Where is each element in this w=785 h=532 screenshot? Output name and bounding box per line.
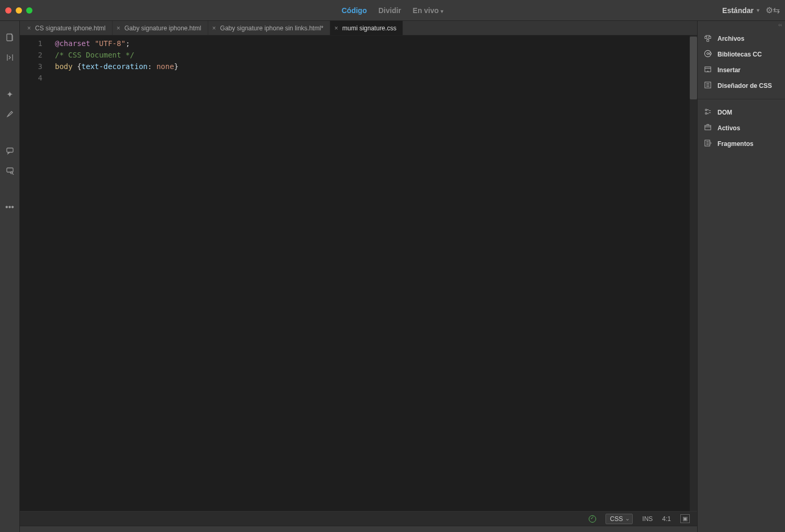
file-tabs: × CS signature iphone.html × Gaby signat… bbox=[20, 21, 697, 36]
panel-item-label: Diseñador de CSS bbox=[717, 82, 772, 89]
language-select[interactable]: CSS bbox=[605, 514, 633, 524]
view-split[interactable]: Dividir bbox=[378, 6, 401, 15]
maximize-window-button[interactable] bbox=[26, 7, 32, 14]
language-label: CSS bbox=[610, 515, 623, 523]
dom-icon bbox=[703, 108, 712, 117]
line-number: 4 bbox=[20, 72, 42, 84]
file-tab-label: mumi signature.css bbox=[342, 25, 396, 32]
svg-rect-0 bbox=[7, 34, 12, 41]
svg-rect-4 bbox=[704, 37, 706, 39]
panel-item-label: DOM bbox=[717, 109, 732, 116]
panel-item-files[interactable]: Archivos bbox=[698, 31, 785, 47]
collapse-panel-icon[interactable]: ‹‹ bbox=[698, 21, 785, 29]
insert-icon bbox=[703, 65, 712, 75]
panel-item-cc-libraries[interactable]: Bibliotecas CC bbox=[698, 47, 785, 62]
file-tab[interactable]: × Gaby signature iphone.html bbox=[113, 21, 208, 35]
panel-item-css-designer[interactable]: Diseñador de CSS bbox=[698, 78, 785, 94]
cursor-position: 4:1 bbox=[662, 515, 671, 523]
left-toolbar: ✦ ••• bbox=[0, 21, 20, 532]
chevron-down-icon: ▾ bbox=[441, 8, 443, 14]
vertical-scrollbar[interactable] bbox=[690, 36, 697, 511]
close-icon[interactable]: × bbox=[117, 25, 120, 32]
insert-mode-indicator[interactable]: INS bbox=[642, 515, 653, 523]
code-collapse-icon[interactable] bbox=[4, 52, 16, 63]
close-window-button[interactable] bbox=[5, 7, 12, 14]
panel-group: Archivos Bibliotecas CC Insertar Diseñad… bbox=[698, 29, 785, 96]
editor-column: × CS signature iphone.html × Gaby signat… bbox=[20, 21, 697, 532]
code-token: none bbox=[156, 62, 174, 71]
workspace-label: Estándar bbox=[722, 6, 754, 15]
panel-item-label: Activos bbox=[717, 124, 740, 132]
code-token: text-decoration bbox=[82, 62, 148, 71]
code-token: { bbox=[73, 62, 82, 71]
sync-settings-icon[interactable]: ⚙⇆ bbox=[766, 5, 780, 15]
view-switcher: Código Dividir En vivo ▾ bbox=[342, 6, 443, 15]
titlebar: Código Dividir En vivo ▾ Estándar ▾ ⚙⇆ bbox=[0, 0, 785, 21]
footer-strip bbox=[20, 526, 697, 532]
comment-search-icon[interactable] bbox=[4, 165, 16, 176]
panel-item-dom[interactable]: DOM bbox=[698, 105, 785, 120]
more-icon[interactable]: ••• bbox=[4, 202, 16, 212]
minimize-window-button[interactable] bbox=[16, 7, 22, 14]
panel-item-label: Insertar bbox=[717, 66, 741, 74]
snippets-icon bbox=[703, 139, 712, 149]
line-number: 1 bbox=[20, 38, 42, 49]
code-token: body bbox=[55, 62, 73, 71]
panel-item-label: Archivos bbox=[717, 35, 744, 42]
preview-devices-icon[interactable]: ▣ bbox=[680, 514, 690, 523]
status-bar: CSS INS 4:1 ▣ bbox=[20, 511, 697, 526]
close-icon[interactable]: × bbox=[334, 25, 338, 32]
file-manager-icon[interactable] bbox=[4, 32, 16, 43]
right-panel: ‹‹ Archivos Bibliotecas CC Insertar bbox=[697, 21, 785, 532]
svg-point-7 bbox=[704, 50, 711, 56]
comment-icon[interactable] bbox=[4, 145, 16, 156]
workspace-selector[interactable]: Estándar ▾ bbox=[722, 6, 759, 15]
panel-item-label: Bibliotecas CC bbox=[717, 51, 762, 58]
code-editor[interactable]: 1 2 3 4 @charset "UTF-8"; /* CSS Documen… bbox=[20, 36, 697, 511]
scrollbar-thumb[interactable] bbox=[690, 37, 697, 99]
code-token: ; bbox=[126, 39, 130, 48]
view-live-label: En vivo bbox=[413, 6, 439, 15]
svg-rect-1 bbox=[7, 148, 13, 152]
line-number: 2 bbox=[20, 49, 42, 61]
code-token: /* CSS Document */ bbox=[55, 51, 134, 59]
wand-icon[interactable]: ✦ bbox=[4, 89, 16, 99]
panel-item-snippets[interactable]: Fragmentos bbox=[698, 136, 785, 152]
panel-item-assets[interactable]: Activos bbox=[698, 120, 785, 136]
file-tab-label: CS signature iphone.html bbox=[35, 25, 106, 32]
file-tab[interactable]: × Gaby signature iphone sin links.html* bbox=[208, 21, 330, 35]
file-tab-label: Gaby signature iphone sin links.html* bbox=[220, 25, 323, 32]
panel-group: DOM Activos Fragmentos bbox=[698, 99, 785, 154]
code-token: "UTF-8" bbox=[95, 39, 126, 48]
window-controls bbox=[5, 7, 32, 14]
file-tab-label: Gaby signature iphone.html bbox=[125, 25, 201, 32]
panel-item-label: Fragmentos bbox=[717, 140, 754, 148]
svg-rect-10 bbox=[704, 126, 710, 130]
svg-rect-6 bbox=[706, 39, 709, 41]
file-tab[interactable]: × CS signature iphone.html bbox=[23, 21, 113, 35]
file-tab[interactable]: × mumi signature.css bbox=[330, 21, 403, 35]
chevron-down-icon: ▾ bbox=[757, 7, 759, 13]
svg-rect-5 bbox=[709, 37, 711, 39]
brush-icon[interactable] bbox=[4, 109, 16, 119]
code-token: @charset bbox=[55, 39, 90, 48]
assets-icon bbox=[703, 123, 712, 133]
panel-item-insert[interactable]: Insertar bbox=[698, 62, 785, 78]
view-code[interactable]: Código bbox=[342, 6, 367, 15]
line-number-gutter: 1 2 3 4 bbox=[20, 36, 49, 511]
view-live[interactable]: En vivo ▾ bbox=[413, 6, 444, 15]
lint-ok-icon[interactable] bbox=[589, 515, 596, 523]
css-designer-icon bbox=[703, 81, 712, 90]
line-number: 3 bbox=[20, 61, 42, 72]
code-content[interactable]: @charset "UTF-8"; /* CSS Document */ bod… bbox=[49, 36, 690, 511]
close-icon[interactable]: × bbox=[212, 25, 216, 32]
cc-icon bbox=[703, 50, 712, 59]
code-token: } bbox=[174, 62, 178, 71]
close-icon[interactable]: × bbox=[27, 25, 31, 32]
files-icon bbox=[703, 34, 712, 43]
code-token: : bbox=[148, 62, 156, 71]
